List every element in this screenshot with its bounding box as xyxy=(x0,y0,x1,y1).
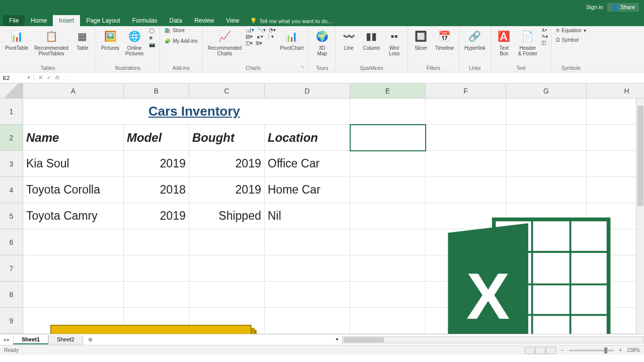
sheet-tab-1[interactable]: Sheet1 xyxy=(13,335,48,344)
sheet-nav-next[interactable]: ▸ xyxy=(7,336,10,343)
cell[interactable] xyxy=(426,125,506,151)
tab-data[interactable]: Data xyxy=(164,15,188,26)
3d-map-button[interactable]: 🌍3D Map xyxy=(312,27,332,57)
recommended-charts-button[interactable]: 📈Recommended Charts xyxy=(206,27,244,57)
row-header-6[interactable]: 6 xyxy=(0,229,23,255)
cell[interactable] xyxy=(189,255,265,282)
header-footer-button[interactable]: 📄Header & Footer xyxy=(516,27,539,57)
cell[interactable] xyxy=(426,177,506,203)
row-header-3[interactable]: 3 xyxy=(0,151,23,177)
cell[interactable] xyxy=(426,151,506,177)
cell[interactable] xyxy=(265,229,350,255)
select-all-corner[interactable] xyxy=(0,83,23,99)
column-chart-icon[interactable]: 📊▾ xyxy=(246,27,254,33)
sparkline-line-button[interactable]: 〰️Line xyxy=(339,27,359,52)
cell[interactable] xyxy=(426,99,506,125)
cell[interactable] xyxy=(124,229,189,255)
pictures-button[interactable]: 🖼️Pictures xyxy=(99,27,121,52)
cell[interactable] xyxy=(23,282,124,308)
cell[interactable] xyxy=(23,229,124,255)
tab-page-layout[interactable]: Page Layout xyxy=(80,15,126,26)
zoom-slider[interactable] xyxy=(569,349,614,351)
row-header-5[interactable]: 5 xyxy=(0,203,23,229)
cell[interactable]: Shipped xyxy=(189,203,265,229)
cell[interactable]: 2018 xyxy=(124,177,189,203)
cell[interactable]: 2019 xyxy=(124,203,189,229)
cell[interactable]: Office Car xyxy=(265,151,350,177)
share-button[interactable]: 👤 Share xyxy=(607,3,639,12)
cell[interactable] xyxy=(265,308,350,334)
stock-chart-icon[interactable]: ◫▾ xyxy=(246,40,253,46)
zoom-level[interactable]: 238% xyxy=(627,347,640,353)
cell[interactable] xyxy=(189,229,265,255)
cell[interactable]: 2019 xyxy=(189,151,265,177)
row-header-8[interactable]: 8 xyxy=(0,282,23,308)
combo-chart-icon[interactable]: ⊞▾ xyxy=(256,40,262,46)
store-button[interactable]: 🛍️Store xyxy=(163,27,199,34)
slicer-button[interactable]: 🔲Slicer xyxy=(411,27,431,52)
cell[interactable] xyxy=(587,151,644,177)
name-box[interactable]: E2▼ xyxy=(0,75,34,81)
enter-icon[interactable]: ✓ xyxy=(47,74,51,81)
pivottable-button[interactable]: 📊PivotTable xyxy=(3,27,30,52)
cell[interactable] xyxy=(587,177,644,203)
add-sheet-button[interactable]: ⊕ xyxy=(83,336,98,343)
column-header-D[interactable]: D xyxy=(265,83,350,99)
symbol-button[interactable]: ΩSymbol xyxy=(554,37,587,43)
cell[interactable]: Cars Inventory xyxy=(124,99,265,125)
view-page-break-button[interactable] xyxy=(546,347,556,354)
cell[interactable] xyxy=(124,282,189,308)
cell[interactable] xyxy=(265,99,350,125)
cell[interactable] xyxy=(506,151,587,177)
column-header-C[interactable]: C xyxy=(189,83,265,99)
signature-icon[interactable]: ✎▾ xyxy=(541,34,548,39)
vertical-scrollbar[interactable] xyxy=(636,99,644,334)
text-box-button[interactable]: 🅰️Text Box xyxy=(494,27,514,57)
column-header-B[interactable]: B xyxy=(124,83,189,99)
view-page-layout-button[interactable] xyxy=(535,347,545,354)
cell[interactable] xyxy=(189,282,265,308)
column-header-H[interactable]: H xyxy=(587,83,644,99)
screenshot-button[interactable]: 📷 xyxy=(147,41,156,48)
cancel-icon[interactable]: ✕ xyxy=(38,74,43,81)
cell[interactable]: Location xyxy=(265,125,350,151)
tab-home[interactable]: Home xyxy=(25,15,53,26)
column-header-A[interactable]: A xyxy=(23,83,124,99)
line-chart-icon[interactable]: 📉▾ xyxy=(257,27,266,33)
cell[interactable] xyxy=(350,308,426,334)
cell[interactable] xyxy=(23,99,124,125)
timeline-button[interactable]: 📅Timeline xyxy=(433,27,456,52)
cell[interactable]: Kia Soul xyxy=(23,151,124,177)
cell[interactable]: 2019 xyxy=(189,177,265,203)
tab-review[interactable]: Review xyxy=(188,15,220,26)
cell[interactable]: Nil xyxy=(265,203,350,229)
charts-dialog-launcher[interactable]: ⤡ xyxy=(300,64,305,72)
bar-chart-icon[interactable]: ▤▾ xyxy=(246,34,253,39)
cell[interactable] xyxy=(587,99,644,125)
cell[interactable] xyxy=(23,255,124,282)
my-addins-button[interactable]: 🧩My Add-ins xyxy=(163,38,199,44)
cell[interactable]: Bought xyxy=(189,125,265,151)
wordart-icon[interactable]: 𝐀▾ xyxy=(541,27,548,33)
equation-button[interactable]: πEquation▾ xyxy=(554,27,587,34)
cell[interactable] xyxy=(350,229,426,255)
cell[interactable] xyxy=(350,125,426,151)
cell[interactable] xyxy=(350,203,426,229)
sparkline-winloss-button[interactable]: ▪▪Win/ Loss xyxy=(384,27,405,57)
sheet-tab-2[interactable]: Sheet2 xyxy=(48,335,83,344)
scroll-left-icon[interactable]: ◂ xyxy=(336,336,338,341)
zoom-out-button[interactable]: − xyxy=(561,347,564,353)
row-header-1[interactable]: 1 xyxy=(0,99,23,125)
table-button[interactable]: ▦Table xyxy=(72,27,93,52)
zoom-in-button[interactable]: + xyxy=(619,347,622,353)
row-header-2[interactable]: 2 xyxy=(0,125,23,151)
tell-me-search[interactable]: 💡 Tell me what you want to do... xyxy=(245,16,337,26)
row-header-9[interactable]: 9 xyxy=(0,308,23,334)
cell[interactable] xyxy=(350,151,426,177)
cell[interactable]: Toyota Corolla xyxy=(23,177,124,203)
cell[interactable]: 2019 xyxy=(124,151,189,177)
cell[interactable] xyxy=(350,177,426,203)
tab-formulas[interactable]: Formulas xyxy=(126,15,164,26)
tab-view[interactable]: View xyxy=(220,15,246,26)
cell[interactable] xyxy=(350,99,426,125)
